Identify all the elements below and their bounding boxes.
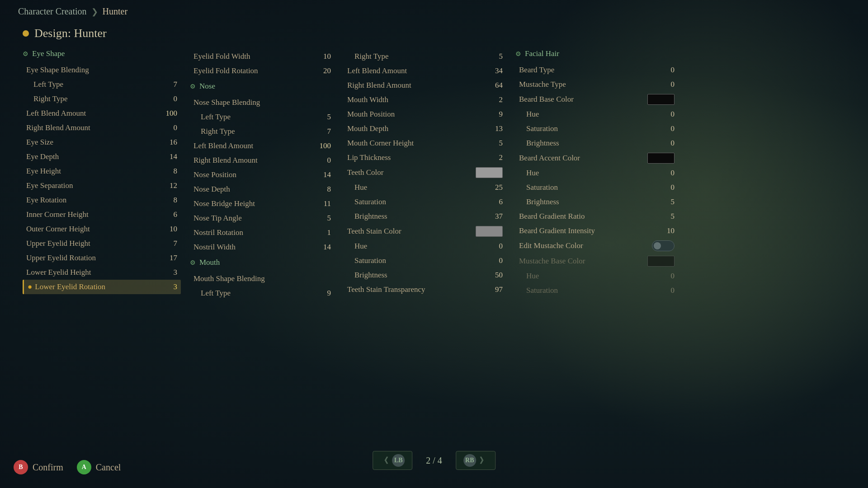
prop-eyelid-fold-rotation[interactable]: Eyelid Fold Rotation 20 (190, 64, 335, 78)
prop-mouth-shape-blending[interactable]: Mouth Shape Blending (190, 272, 335, 286)
prop-name: Brightness (354, 271, 480, 280)
prop-eye-shape-blending[interactable]: Eye Shape Blending (23, 63, 181, 77)
page-title: Design: Hunter (9, 23, 859, 49)
prop-mouth-left-type[interactable]: Left Type 9 (190, 286, 335, 300)
prop-beard-type[interactable]: Beard Type 0 (515, 63, 678, 77)
beard-accent-swatch[interactable] (647, 153, 675, 164)
prop-mustache-type[interactable]: Mustache Type 0 (515, 77, 678, 92)
rb-button[interactable]: RB (463, 454, 476, 467)
prop-beard-accent-saturation[interactable]: Saturation 0 (515, 180, 678, 195)
prop-nose-shape-blending[interactable]: Nose Shape Blending (190, 95, 335, 110)
prop-beard-accent-hue[interactable]: Hue 0 (515, 166, 678, 180)
prop-name: Mouth Width (347, 95, 480, 104)
confirm-button[interactable]: B Confirm (14, 460, 63, 474)
prop-value: 7 (155, 239, 177, 248)
prop-lower-eyelid-rotation[interactable]: ●Lower Eyelid Rotation 3 (23, 280, 181, 294)
prop-nose-position[interactable]: Nose Position 14 (190, 168, 335, 182)
prop-value: 0 (652, 80, 675, 89)
facial-hair-icon: ⚙ (515, 50, 521, 58)
prop-nose-right-type[interactable]: Right Type 7 (190, 124, 335, 139)
col-eye-shape: ⚙ Eye Shape Eye Shape Blending Left Type… (18, 49, 185, 300)
prop-upper-eyelid-height[interactable]: Upper Eyelid Height 7 (23, 236, 181, 251)
cancel-label: Cancel (96, 462, 121, 473)
prop-upper-eyelid-rotation[interactable]: Upper Eyelid Rotation 17 (23, 251, 181, 265)
prop-teeth-stain-color[interactable]: Teeth Stain Color (344, 224, 506, 239)
section-eye-shape: ⚙ Eye Shape (23, 49, 181, 58)
prop-right-type[interactable]: Right Type 0 (23, 92, 181, 106)
prop-left-blend[interactable]: Left Blend Amount 100 (23, 106, 181, 121)
prop-name: Hue (354, 183, 480, 192)
prop-beard-gradient-ratio[interactable]: Beard Gradient Ratio 5 (515, 209, 678, 224)
prop-beard-base-color[interactable]: Beard Base Color (515, 92, 678, 107)
prop-nose-tip[interactable]: Nose Tip Angle 5 (190, 211, 335, 225)
prop-mustache-hue[interactable]: Hue 0 (515, 269, 678, 283)
prop-right-blend[interactable]: Right Blend Amount 0 (23, 121, 181, 135)
prop-mouth-right-type[interactable]: Right Type 5 (344, 49, 506, 64)
prop-name: Saturation (526, 124, 652, 133)
prop-eye-depth[interactable]: Eye Depth 14 (23, 150, 181, 164)
prop-mouth-depth[interactable]: Mouth Depth 13 (344, 122, 506, 136)
prop-value: 1 (308, 228, 331, 237)
prop-lip-thickness[interactable]: Lip Thickness 2 (344, 150, 506, 165)
prop-name: Beard Gradient Intensity (519, 226, 652, 235)
prop-mustache-saturation[interactable]: Saturation 0 (515, 283, 678, 298)
prop-value: 34 (480, 66, 503, 75)
prop-teeth-color[interactable]: Teeth Color (344, 165, 506, 180)
prop-mouth-right-blend[interactable]: Right Blend Amount 64 (344, 78, 506, 93)
beard-base-swatch[interactable] (647, 94, 675, 105)
prop-edit-mustache-color[interactable]: Edit Mustache Color (515, 238, 678, 253)
section-mouth: ⚙ Mouth (190, 258, 335, 267)
breadcrumb: Character Creation ❯ Hunter (9, 0, 859, 23)
prop-stain-saturation[interactable]: Saturation 0 (344, 253, 506, 268)
prop-value: 64 (480, 81, 503, 90)
prop-eye-rotation[interactable]: Eye Rotation 8 (23, 193, 181, 207)
prop-eyelid-fold-width[interactable]: Eyelid Fold Width 10 (190, 49, 335, 64)
prop-beard-base-brightness[interactable]: Brightness 0 (515, 136, 678, 150)
prop-mustache-base-color[interactable]: Mustache Base Color (515, 253, 678, 269)
prop-inner-corner[interactable]: Inner Corner Height 6 (23, 207, 181, 222)
prop-teeth-brightness[interactable]: Brightness 37 (344, 209, 506, 224)
prop-lower-eyelid-height[interactable]: Lower Eyelid Height 3 (23, 265, 181, 280)
prop-mouth-left-blend[interactable]: Left Blend Amount 34 (344, 64, 506, 78)
prop-value: 0 (652, 286, 675, 295)
a-icon: A (77, 460, 91, 474)
prop-name: Saturation (526, 183, 652, 192)
prop-teeth-hue[interactable]: Hue 25 (344, 180, 506, 195)
prop-beard-base-saturation[interactable]: Saturation 0 (515, 122, 678, 136)
prop-nose-bridge[interactable]: Nose Bridge Height 11 (190, 197, 335, 211)
prop-value: 5 (480, 139, 503, 148)
teeth-color-swatch[interactable] (476, 167, 503, 178)
mustache-base-swatch[interactable] (647, 256, 675, 267)
prop-eye-separation[interactable]: Eye Separation 12 (23, 178, 181, 193)
prop-mouth-width[interactable]: Mouth Width 2 (344, 93, 506, 107)
prop-teeth-saturation[interactable]: Saturation 6 (344, 195, 506, 209)
prop-name: Saturation (526, 286, 652, 295)
prev-page-button[interactable]: 《 LB (373, 451, 412, 470)
action-buttons: B Confirm A Cancel (14, 460, 121, 474)
prop-nostril-rotation[interactable]: Nostril Rotation 1 (190, 225, 335, 240)
next-page-button[interactable]: RB 》 (456, 451, 495, 470)
prop-nose-right-blend[interactable]: Right Blend Amount 0 (190, 153, 335, 168)
cancel-button[interactable]: A Cancel (77, 460, 121, 474)
prop-eye-height[interactable]: Eye Height 8 (23, 164, 181, 178)
prop-stain-brightness[interactable]: Brightness 50 (344, 268, 506, 282)
prop-stain-transparency[interactable]: Teeth Stain Transparency 97 (344, 282, 506, 297)
prop-nose-left-type[interactable]: Left Type 5 (190, 110, 335, 124)
teeth-stain-swatch[interactable] (476, 226, 503, 237)
prop-left-type[interactable]: Left Type 7 (23, 77, 181, 92)
prop-stain-hue[interactable]: Hue 0 (344, 239, 506, 253)
prop-outer-corner[interactable]: Outer Corner Height 10 (23, 222, 181, 236)
prop-mouth-corner[interactable]: Mouth Corner Height 5 (344, 136, 506, 150)
prop-nose-left-blend[interactable]: Left Blend Amount 100 (190, 139, 335, 153)
prop-nostril-width[interactable]: Nostril Width 14 (190, 240, 335, 254)
breadcrumb-parent[interactable]: Character Creation (18, 6, 87, 17)
prop-beard-gradient-intensity[interactable]: Beard Gradient Intensity 10 (515, 224, 678, 238)
mustache-color-toggle[interactable] (652, 240, 675, 251)
prop-nose-depth[interactable]: Nose Depth 8 (190, 182, 335, 197)
prop-beard-base-hue[interactable]: Hue 0 (515, 107, 678, 122)
prop-beard-accent-brightness[interactable]: Brightness 5 (515, 195, 678, 209)
prop-beard-accent-color[interactable]: Beard Accent Color (515, 150, 678, 166)
prop-eye-size[interactable]: Eye Size 16 (23, 135, 181, 150)
prop-mouth-position[interactable]: Mouth Position 9 (344, 107, 506, 122)
lb-button[interactable]: LB (392, 454, 405, 467)
